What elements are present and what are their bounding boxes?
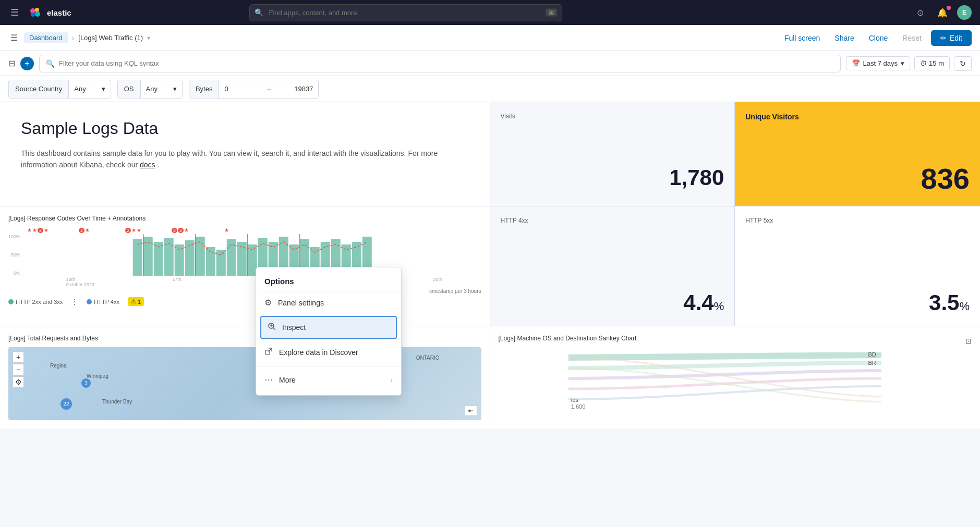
annotation-group-5: ★ bbox=[224, 227, 229, 233]
help-icon-button[interactable]: ⊙ bbox=[913, 6, 928, 20]
dashboard-grid: Sample Logs Data This dashboard contains… bbox=[0, 102, 980, 428]
http-5xx-value: 3.5% bbox=[745, 290, 970, 315]
source-country-control: Source Country Any ▾ bbox=[8, 80, 111, 99]
nav-right-actions: ⊙ 🔔 E bbox=[913, 5, 972, 20]
explore-discover-menu-item[interactable]: Explore data in Discover bbox=[256, 341, 401, 364]
filter-right-controls: 📅 Last 7 days ▾ ⏱ 15 m ↻ bbox=[846, 56, 972, 71]
machine-os-panel: [Logs] Machine OS and Destination Sankey… bbox=[490, 326, 981, 428]
svg-text:ios: ios bbox=[571, 397, 578, 403]
breadcrumb-current-page: [Logs] Web Traffic (1) bbox=[78, 34, 143, 42]
calendar-icon: 📅 bbox=[852, 59, 860, 67]
chart-footer: timestamp per 3 hours bbox=[8, 288, 481, 294]
share-button[interactable]: Share bbox=[829, 31, 859, 45]
map-city-winnipeg: Winnipeg bbox=[87, 373, 108, 379]
annotation-group-4: 2 2 ★ bbox=[172, 227, 189, 233]
sankey-chart: BD BR ios 1,600 bbox=[499, 347, 972, 420]
global-search-input[interactable] bbox=[249, 4, 562, 21]
kql-filter-input[interactable] bbox=[59, 59, 834, 67]
clock-icon: ⏱ bbox=[920, 59, 927, 67]
filter-toggle-button[interactable]: ⊟ bbox=[8, 58, 15, 68]
elastic-logo-text: elastic bbox=[47, 8, 71, 17]
os-select[interactable]: Any ▾ bbox=[141, 85, 182, 93]
date-range-picker-button[interactable]: 📅 Last 7 days ▾ bbox=[846, 56, 911, 70]
bytes-control: Bytes → bbox=[189, 80, 319, 99]
warning-icon: ⚠ bbox=[131, 298, 136, 305]
annotation-group-1: ★ ★ 2 ★ bbox=[27, 227, 49, 233]
legend-green: HTTP 2xx and 3xx bbox=[8, 299, 63, 305]
http-5xx-panel: HTTP 5xx 3.5% bbox=[735, 206, 980, 326]
visits-panel-title: Visits bbox=[501, 113, 724, 120]
annotation-group-2: 2 ★ bbox=[79, 227, 90, 233]
total-requests-panel: [Logs] Total Requests and Bytes + − ⚙ Re… bbox=[0, 326, 490, 428]
legend-green-dot bbox=[8, 299, 14, 304]
full-screen-button[interactable]: Full screen bbox=[779, 31, 825, 45]
svg-point-3 bbox=[35, 11, 40, 17]
bytes-max-input[interactable] bbox=[276, 85, 318, 93]
options-dropdown-menu: Options ⚙ Panel settings Inspect Explore… bbox=[256, 267, 402, 396]
map-expand-button[interactable]: ⇤ bbox=[465, 406, 477, 416]
hamburger-menu-button[interactable]: ☰ bbox=[8, 5, 21, 20]
legend-dots-button[interactable]: ⋮ bbox=[71, 298, 78, 306]
elastic-logo: elastic bbox=[27, 5, 71, 20]
unique-visitors-title: Unique Visitors bbox=[745, 113, 970, 121]
top-navigation: ☰ elastic 🔍 ⌘/ ⊙ 🔔 E bbox=[0, 0, 980, 25]
sample-logs-title: Sample Logs Data bbox=[21, 119, 469, 138]
kql-filter-input-wrap: 🔍 bbox=[39, 55, 841, 72]
control-bar: Source Country Any ▾ OS Any ▾ Bytes → bbox=[0, 76, 980, 102]
search-icon: 🔍 bbox=[255, 8, 263, 17]
machine-os-settings-button[interactable]: ⊡ bbox=[965, 337, 972, 345]
clone-button[interactable]: Clone bbox=[864, 31, 893, 45]
source-country-select[interactable]: Any ▾ bbox=[69, 85, 110, 93]
chart-x-axis: 16thOctober 2023 17th 18th 19th 20th bbox=[27, 277, 481, 287]
http-4xx-value: 4.4% bbox=[501, 290, 724, 315]
filter-add-button[interactable]: + bbox=[20, 57, 34, 70]
elastic-logo-icon bbox=[27, 5, 43, 20]
breadcrumb-bar: ☰ Dashboard › [Logs] Web Traffic (1) ▾ F… bbox=[0, 25, 980, 51]
map-settings-button[interactable]: ⚙ bbox=[13, 376, 24, 388]
map-visualization: + − ⚙ Regina Winnipeg ONTARIO Thunder Ba… bbox=[8, 347, 481, 420]
visits-panel: Visits 1,780 bbox=[490, 102, 735, 206]
breadcrumb-dashboard[interactable]: Dashboard bbox=[24, 32, 68, 43]
edit-button[interactable]: ✏ Edit bbox=[931, 30, 972, 46]
machine-os-title: [Logs] Machine OS and Destination Sankey… bbox=[499, 335, 637, 342]
filter-bar: ⊟ + 🔍 📅 Last 7 days ▾ ⏱ 15 m ↻ bbox=[0, 51, 980, 76]
map-label-ontario: ONTARIO bbox=[416, 355, 440, 361]
breadcrumb-chevron-icon[interactable]: ▾ bbox=[147, 34, 150, 42]
os-chevron-icon: ▾ bbox=[173, 85, 177, 93]
gear-icon: ⚙ bbox=[264, 298, 272, 308]
user-avatar[interactable]: E bbox=[957, 5, 972, 20]
more-menu-item[interactable]: ⋯ More › bbox=[256, 369, 401, 391]
refresh-button[interactable]: ↻ bbox=[954, 56, 972, 71]
notification-badge bbox=[947, 6, 951, 10]
inspect-menu-item[interactable]: Inspect bbox=[260, 316, 397, 339]
inspect-svg-icon bbox=[268, 322, 276, 330]
annotation-group-3: 2 ★ ★ bbox=[125, 227, 141, 233]
os-label: OS bbox=[118, 80, 141, 98]
global-search-bar: 🔍 ⌘/ bbox=[249, 4, 562, 21]
sample-logs-panel: Sample Logs Data This dashboard contains… bbox=[0, 102, 490, 206]
warning-badge: ⚠ 1 bbox=[128, 297, 144, 306]
options-menu-title: Options bbox=[256, 272, 401, 291]
panel-settings-menu-item[interactable]: ⚙ Panel settings bbox=[256, 291, 401, 314]
chart-container: 100% 50% 0% bbox=[8, 234, 481, 276]
total-requests-title: [Logs] Total Requests and Bytes bbox=[8, 335, 481, 342]
map-zoom-out-button[interactable]: − bbox=[13, 364, 24, 375]
reset-button[interactable]: Reset bbox=[897, 31, 927, 45]
map-zoom-controls: + − ⚙ bbox=[13, 351, 24, 388]
svg-point-2 bbox=[35, 8, 39, 12]
map-zoom-in-button[interactable]: + bbox=[13, 351, 24, 363]
svg-rect-15 bbox=[227, 239, 236, 276]
svg-rect-10 bbox=[175, 244, 184, 276]
sidebar-toggle-button[interactable]: ☰ bbox=[8, 31, 20, 45]
http-4xx-panel: HTTP 4xx 4.4% bbox=[490, 206, 735, 326]
sample-logs-description: This dashboard contains sample data for … bbox=[21, 148, 469, 171]
os-control: OS Any ▾ bbox=[117, 80, 183, 99]
inspect-icon bbox=[268, 322, 276, 333]
notifications-button[interactable]: 🔔 bbox=[933, 6, 952, 20]
bytes-min-input[interactable] bbox=[219, 85, 261, 93]
external-link-icon bbox=[264, 347, 273, 358]
source-country-chevron-icon: ▾ bbox=[102, 85, 105, 93]
machine-os-header: [Logs] Machine OS and Destination Sankey… bbox=[499, 335, 972, 347]
refresh-interval-button[interactable]: ⏱ 15 m bbox=[914, 56, 950, 70]
docs-link[interactable]: docs bbox=[140, 161, 155, 169]
